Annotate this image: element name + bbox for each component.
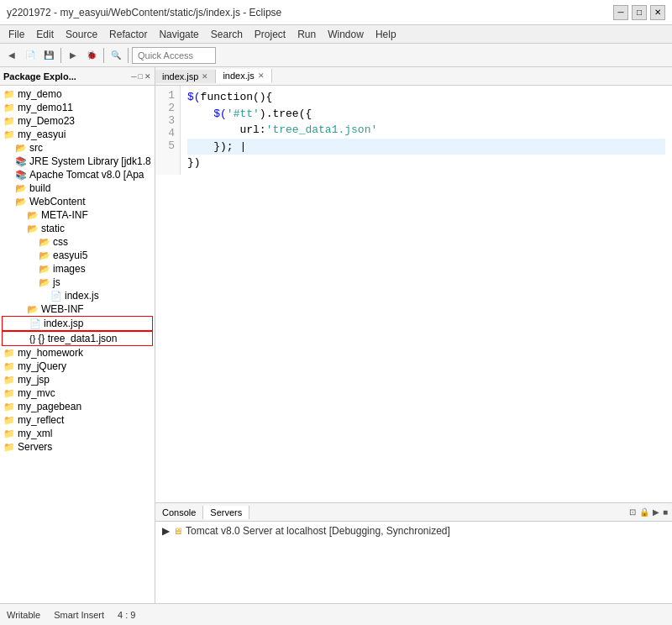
tree-item[interactable]: 📄index.jsp [2,316,153,331]
panel-header: Package Explo... ─ □ ✕ [0,67,155,86]
line-number-1: 1 [160,89,175,102]
tree-item[interactable]: 📚JRE System Library [jdk1.8 [0,155,155,168]
tree-item[interactable]: 📂js [0,276,155,289]
tree-item[interactable]: 📁my_homework [0,346,155,360]
bottom-panel-content: ▶ 🖥 Tomcat v8.0 Server at localhost [Deb… [155,522,672,603]
window-controls: ─ □ ✕ [613,5,665,20]
close-button[interactable]: ✕ [650,5,665,20]
tree-item[interactable]: 📁my_jQuery [0,360,155,373]
toolbar: ◀ 📄 💾 ▶ 🐞 🔍 [0,44,672,67]
menu-item-edit[interactable]: Edit [31,27,59,42]
menu-item-project[interactable]: Project [249,27,291,42]
back-button[interactable]: ◀ [3,47,20,64]
panel-header-buttons: ─ □ ✕ [131,72,151,81]
debug-button[interactable]: 🐞 [83,47,100,64]
run-button[interactable]: ▶ [65,47,81,64]
code-line-2: $('#tt').tree({ [187,106,665,123]
menu-item-refactor[interactable]: Refactor [104,27,152,42]
editor-tab-index-jsp[interactable]: index.jsp✕ [155,70,216,83]
console-run-button[interactable]: ▶ [652,507,660,517]
line-numbers: 12345 [155,86,181,175]
package-tree[interactable]: 📁my_demo📁my_demo11📁my_Demo23📁my_easyui📂s… [0,86,155,603]
search-toolbar-button[interactable]: 🔍 [108,47,124,64]
new-button[interactable]: 📄 [22,47,39,64]
server-status-text: Tomcat v8.0 Server at localhost [Debuggi… [186,525,450,537]
tree-item[interactable]: 📁my_mvc [0,386,155,400]
tree-item[interactable]: 📂build [0,181,155,195]
tree-item[interactable]: 📁my_demo11 [0,101,155,114]
maximize-panel-button[interactable]: □ [139,72,143,81]
menu-item-run[interactable]: Run [292,27,321,42]
toolbar-separator-2 [103,48,104,63]
tree-item[interactable]: 📂WebContent [0,195,155,208]
tab-close-icon[interactable]: ✕ [258,71,265,80]
tree-item[interactable]: 📂src [0,141,155,155]
server-icon: 🖥 [173,526,182,536]
window-title: y2201972 - my_easyui/WebContent/static/j… [7,7,281,18]
menu-item-source[interactable]: Source [60,27,102,42]
line-number-4: 4 [160,127,175,139]
tree-item[interactable]: 📁my_easyui [0,128,155,141]
editor-tabs: index.jsp✕index.js✕ [155,67,672,86]
package-explorer-panel: Package Explo... ─ □ ✕ 📁my_demo📁my_demo1… [0,67,155,603]
menu-item-file[interactable]: File [3,27,29,42]
tree-item[interactable]: 📂images [0,262,155,276]
tree-item[interactable]: 📁my_jsp [0,373,155,386]
console-clear-button[interactable]: ⊡ [628,507,637,517]
toolbar-separator-3 [128,48,129,63]
tree-item[interactable]: {}{} tree_data1.json [2,331,153,346]
code-lines[interactable]: $(function(){ $('#tt').tree({ url:'tree_… [181,86,672,175]
bottom-panel: ConsoleServers ⊡ 🔒 ▶ ■ ▶ 🖥 Tomcat v8.0 S… [155,502,672,603]
tree-item[interactable]: 📂css [0,235,155,249]
code-editor[interactable]: 12345 $(function(){ $('#tt').tree({ url:… [155,86,672,502]
tree-item[interactable]: 📁my_Demo23 [0,114,155,128]
tree-item[interactable]: 📂easyui5 [0,249,155,262]
tree-item[interactable]: 📂WEB-INF [0,302,155,316]
tree-item[interactable]: 📚Apache Tomcat v8.0 [Apa [0,168,155,181]
tab-close-icon[interactable]: ✕ [202,72,208,81]
menu-item-window[interactable]: Window [323,27,369,42]
tree-item[interactable]: 📂static [0,222,155,235]
editor-tab-index-js[interactable]: index.js✕ [216,69,271,83]
menu-bar: FileEditSourceRefactorNavigateSearchProj… [0,25,672,44]
status-bar: Writable Smart Insert 4 : 9 [0,603,672,625]
insert-mode-status: Smart Insert [54,610,104,620]
tree-item[interactable]: 📄index.js [0,289,155,302]
code-line-5: }) [187,155,665,171]
line-number-2: 2 [160,102,175,114]
close-panel-button[interactable]: ✕ [144,72,151,81]
line-number-5: 5 [160,139,175,152]
bottom-tab-servers[interactable]: Servers [203,506,249,519]
bottom-tab-console[interactable]: Console [155,506,203,519]
minimize-panel-button[interactable]: ─ [131,72,136,81]
menu-item-search[interactable]: Search [206,27,248,42]
server-entry: ▶ 🖥 Tomcat v8.0 Server at localhost [Deb… [162,525,665,537]
tree-item[interactable]: 📁my_xml [0,427,155,440]
tree-item[interactable]: 📁my_pagebean [0,400,155,413]
editor-content: 12345 $(function(){ $('#tt').tree({ url:… [155,86,672,175]
code-line-1: $(function(){ [187,89,665,106]
tree-item[interactable]: 📁my_reflect [0,413,155,427]
tree-item[interactable]: 📂META-INF [0,208,155,222]
menu-item-navigate[interactable]: Navigate [154,27,203,42]
bottom-panel-tabs: ConsoleServers ⊡ 🔒 ▶ ■ [155,503,672,522]
title-bar: y2201972 - my_easyui/WebContent/static/j… [0,0,672,25]
toolbar-separator-1 [60,48,61,63]
console-scroll-lock[interactable]: 🔒 [638,507,650,517]
code-line-3: url:'tree_data1.json' [187,122,665,139]
menu-item-help[interactable]: Help [370,27,402,42]
bottom-toolbar: ⊡ 🔒 ▶ ■ [625,507,672,517]
save-button[interactable]: 💾 [40,47,57,64]
console-stop-button[interactable]: ■ [662,507,669,517]
line-number-3: 3 [160,114,175,127]
cursor-position: 4 : 9 [118,610,135,620]
tree-item[interactable]: 📁Servers [0,440,155,454]
editor-panel: index.jsp✕index.js✕ 12345 $(function(){ … [155,67,672,603]
quick-access-input[interactable] [132,47,216,64]
writable-status: Writable [7,610,40,620]
minimize-button[interactable]: ─ [613,5,628,20]
main-layout: Package Explo... ─ □ ✕ 📁my_demo📁my_demo1… [0,67,672,603]
expand-icon[interactable]: ▶ [162,525,170,537]
maximize-button[interactable]: □ [632,5,647,20]
tree-item[interactable]: 📁my_demo [0,87,155,101]
